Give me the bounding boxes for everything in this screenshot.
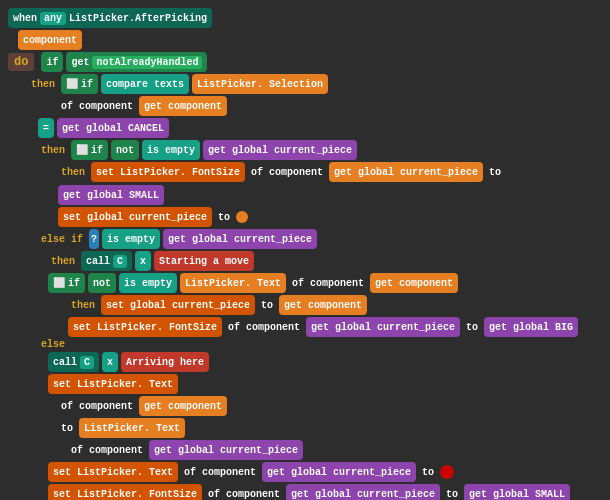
if2-text: if (81, 79, 93, 90)
not-already-handled-label: notAlreadyHandled (92, 56, 202, 69)
x-label-1: x (140, 256, 146, 267)
set-listpicker-fontsize-block-1[interactable]: set ListPicker. FontSize (91, 162, 245, 182)
component-block[interactable]: component (18, 30, 82, 50)
get-component-1: get component (144, 101, 222, 112)
get-global-current-piece-4: get global current_piece (311, 322, 455, 333)
when-block[interactable]: when any ListPicker.AfterPicking (8, 8, 212, 28)
of-component-row-1: of component get component (58, 96, 602, 116)
to-row-5: to ListPicker. Text (58, 418, 602, 438)
then-section-1: then ⬜ if compare texts ListPicker. Sele… (28, 74, 602, 500)
of-component-6: of component (68, 445, 146, 456)
equals-row: = get global CANCEL (38, 118, 602, 138)
set-listpicker-text-row-1: set ListPicker. Text (48, 374, 602, 394)
call-label-1: call (86, 256, 110, 267)
if3-block[interactable]: ⬜ if (71, 140, 108, 160)
then-row-1: then ⬜ if compare texts ListPicker. Sele… (28, 74, 602, 94)
get-component-block-5[interactable]: get component (139, 396, 227, 416)
set-listpicker-fontsize-1: set ListPicker. FontSize (96, 167, 240, 178)
is-empty-block-3[interactable]: is empty (119, 273, 177, 293)
to5-label: to (58, 423, 76, 434)
listpicker-selection-block[interactable]: ListPicker. Selection (192, 74, 328, 94)
get-global-current-piece-block-5[interactable]: get global current_piece (149, 440, 303, 460)
set-global-row-1: set global current_piece to (58, 207, 602, 227)
arriving-here-block[interactable]: Arriving here (121, 352, 209, 372)
get-component-block-2[interactable]: get global current_piece (329, 162, 483, 182)
set-global-current-piece-block-1[interactable]: set global current_piece (58, 207, 212, 227)
then-section-4: then call C x Starting a move ⬜ (48, 251, 602, 337)
get-global-big-label: get global BIG (489, 322, 573, 333)
set-listpicker-fontsize-block-3[interactable]: set ListPicker. FontSize (48, 484, 202, 500)
if-outer-block[interactable]: if (41, 52, 63, 72)
any-label: any (40, 12, 66, 25)
call-arriving-row: call C x Arriving here (48, 352, 602, 372)
get-component-block-1[interactable]: get component (139, 96, 227, 116)
get-component-5: get component (144, 401, 222, 412)
not-block-2[interactable]: not (88, 273, 116, 293)
question-block[interactable]: ? (89, 229, 99, 249)
is-empty-block-1[interactable]: is empty (142, 140, 200, 160)
x-block-1[interactable]: x (135, 251, 151, 271)
if4-row: ⬜ if not is empty ListPicker. Text of co… (48, 273, 602, 293)
else-row: else (38, 339, 602, 350)
get-global-cancel-label: get global CANCEL (62, 123, 164, 134)
not-block-1[interactable]: not (111, 140, 139, 160)
of-component-1: of component (58, 101, 136, 112)
is-empty-block-2[interactable]: is empty (102, 229, 160, 249)
get-component-block-3[interactable]: get component (370, 273, 458, 293)
get-global-cancel-block[interactable]: get global CANCEL (57, 118, 169, 138)
listpicker-text-block-2[interactable]: ListPicker. Text (79, 418, 185, 438)
event-label: ListPicker.AfterPicking (69, 13, 207, 24)
starting-move-label: Starting a move (159, 256, 249, 267)
if2-block[interactable]: ⬜ if (61, 74, 98, 94)
get-global-current-piece-block-1[interactable]: get global current_piece (203, 140, 357, 160)
if-outer-label: if (46, 57, 58, 68)
then-label-4: then (48, 256, 78, 267)
listpicker-text-label: ListPicker. Text (185, 278, 281, 289)
set-listpicker-fontsize-block-2[interactable]: set ListPicker. FontSize (68, 317, 222, 337)
compare-texts-label: compare texts (106, 79, 184, 90)
get-global-small-block[interactable]: get global SMALL (58, 185, 164, 205)
then-label-5: then (68, 300, 98, 311)
get-global-small-block-2[interactable]: get global SMALL (464, 484, 570, 500)
listpicker-selection-label: ListPicker. Selection (197, 79, 323, 90)
else-section: call C x Arriving here set ListPicker. T… (48, 352, 602, 500)
compare-texts-block[interactable]: compare texts (101, 74, 189, 94)
set-global-current-piece-block-2[interactable]: set global current_piece (101, 295, 255, 315)
equals-block[interactable]: = (38, 118, 54, 138)
when-label: when (13, 13, 37, 24)
set-listpicker-text-block-1[interactable]: set ListPicker. Text (48, 374, 178, 394)
call-block-2[interactable]: call C (48, 352, 99, 372)
call-block-1[interactable]: call C (81, 251, 132, 271)
get-component-2: get global current_piece (334, 167, 478, 178)
question-mark: ? (91, 234, 97, 245)
get-not-already-block[interactable]: get notAlreadyHandled (66, 52, 207, 72)
get-global-small-2: get global SMALL (469, 489, 565, 500)
get-global-current-piece-block-2[interactable]: get global current_piece (163, 229, 317, 249)
is-empty-label-1: is empty (147, 145, 195, 156)
get-global-current-piece-2: get global current_piece (168, 234, 312, 245)
get-component-block-4[interactable]: get component (279, 295, 367, 315)
get-global-current-piece-5: get global current_piece (154, 445, 298, 456)
of-component-row-5: of component get component (58, 396, 602, 416)
else-label: else (38, 339, 68, 350)
get-global-big-block[interactable]: get global BIG (484, 317, 578, 337)
canvas: when any ListPicker.AfterPicking compone… (0, 0, 610, 500)
x2-block[interactable]: x (102, 352, 118, 372)
set-global-current-piece-1: set global current_piece (63, 212, 207, 223)
get-global-current-piece-7: get global current_piece (291, 489, 435, 500)
set-listpicker-fontsize-3: set ListPicker. FontSize (53, 489, 197, 500)
if4-block[interactable]: ⬜ if (48, 273, 85, 293)
then-row-4: then call C x Starting a move (48, 251, 602, 271)
to7-label: to (443, 489, 461, 500)
not-label-2: not (93, 278, 111, 289)
get-global-current-piece-block-6[interactable]: get global current_piece (262, 462, 416, 482)
get-global-current-piece-block-7[interactable]: get global current_piece (286, 484, 440, 500)
set-listpicker-row-2: set ListPicker. FontSize of component ge… (68, 317, 602, 337)
starting-move-block[interactable]: Starting a move (154, 251, 254, 271)
get-global-current-piece-block-4[interactable]: get global current_piece (306, 317, 460, 337)
get-global-small-label: get global SMALL (63, 190, 159, 201)
listpicker-text-block[interactable]: ListPicker. Text (180, 273, 286, 293)
set-listpicker-text-block-2[interactable]: set ListPicker. Text (48, 462, 178, 482)
equals-label: = (43, 123, 49, 134)
circle-red-1 (440, 465, 454, 479)
